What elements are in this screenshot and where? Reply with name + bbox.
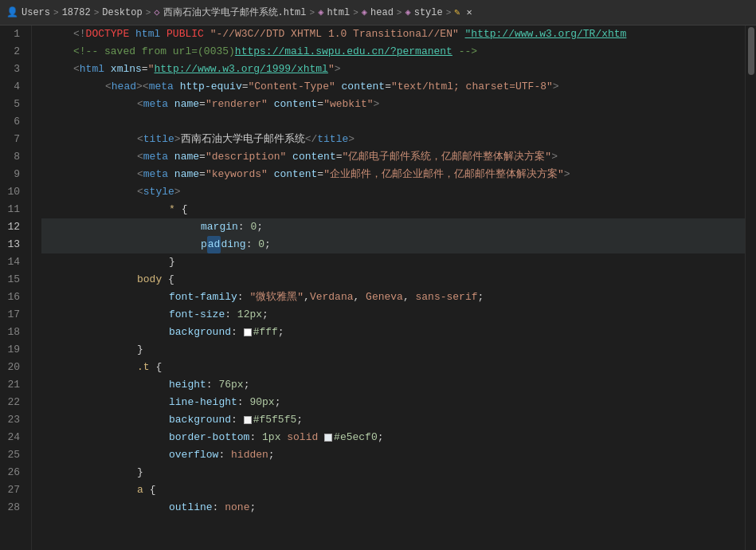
ln-20: 20 (0, 359, 25, 376)
code-line-26: } (41, 464, 745, 481)
ln-13: 13 (0, 236, 25, 253)
breadcrumb-sep2: > (94, 8, 100, 18)
ln-15: 15 (0, 271, 25, 289)
ln-7: 7 (0, 131, 25, 148)
ln-4: 4 (0, 78, 25, 96)
breadcrumb-style-icon: ◈ (405, 6, 410, 18)
breadcrumb-sep1: > (53, 8, 59, 18)
ln-2: 2 (0, 43, 25, 61)
code-editor[interactable]: <!DOCTYPE html PUBLIC "-//W3C//DTD XHTML… (32, 26, 745, 550)
breadcrumb-style[interactable]: style (414, 7, 443, 18)
code-line-14: } (41, 253, 745, 271)
breadcrumb-desktop[interactable]: Desktop (102, 7, 142, 18)
code-line-9: <meta name="keywords" content="企业邮件，亿邮企业… (41, 166, 745, 183)
ln-18: 18 (0, 324, 25, 341)
ln-14: 14 (0, 253, 25, 271)
code-line-16: font-family: "微软雅黑",Verdana, Geneva, san… (41, 289, 745, 306)
line-numbers: 1 2 3 4 5 6 7 8 9 10 11 12 13 14 15 16 1… (0, 26, 32, 550)
ln-27: 27 (0, 481, 25, 499)
breadcrumb-html-icon1: ◇ (154, 6, 159, 18)
ln-25: 25 (0, 446, 25, 464)
code-line-20: .t { (41, 359, 745, 376)
code-line-4: <head><meta http-equiv="Content-Type" co… (41, 78, 745, 96)
ln-3: 3 (0, 61, 25, 78)
code-line-2: <!-- saved from url=(0035)https://mail.s… (41, 43, 745, 61)
code-line-7: <title>西南石油大学电子邮件系统</title> (41, 131, 745, 148)
color-swatch-fff (244, 328, 252, 336)
code-line-24: border-bottom: 1px solid #e5ecf0; (41, 429, 745, 446)
breadcrumb-users[interactable]: Users (22, 7, 50, 18)
breadcrumb-filename[interactable]: 西南石油大学电子邮件系统.html (163, 6, 307, 19)
doctype-keyword: DOCTYPE (86, 26, 130, 43)
ln-12: 12 (0, 218, 25, 236)
ln-26: 26 (0, 464, 25, 481)
code-line-27: a { (41, 481, 745, 499)
ln-19: 19 (0, 341, 25, 359)
ln-23: 23 (0, 411, 25, 429)
code-line-12: margin: 0; (41, 218, 745, 236)
code-line-21: height: 76px; (41, 376, 745, 394)
code-line-15: body { (41, 271, 745, 289)
ln-24: 24 (0, 429, 25, 446)
ln-16: 16 (0, 289, 25, 306)
code-line-23: background: #f5f5f5; (41, 411, 745, 429)
code-line-11: * { (41, 201, 745, 218)
ln-28: 28 (0, 499, 25, 517)
ln-21: 21 (0, 376, 25, 394)
code-line-1: <!DOCTYPE html PUBLIC "-//W3C//DTD XHTML… (41, 26, 745, 43)
scrollbar[interactable] (745, 26, 756, 550)
breadcrumb-sep4: > (310, 8, 315, 18)
code-line-3: <html xmlns="http://www.w3.org/1999/xhtm… (41, 61, 745, 78)
code-line-22: line-height: 90px; (41, 394, 745, 411)
doctype-bracket: <! (73, 26, 86, 43)
breadcrumb-sep5: > (353, 8, 358, 18)
breadcrumb-html[interactable]: html (327, 7, 350, 18)
code-line-8: <meta name="description" content="亿邮电子邮件… (41, 148, 745, 166)
ln-9: 9 (0, 166, 25, 183)
scrollbar-thumb[interactable] (748, 27, 754, 75)
code-line-13: padding: 0; (41, 236, 745, 253)
code-line-25: overflow: hidden; (41, 446, 745, 464)
code-line-28: outline: none; (41, 499, 745, 517)
ln-1: 1 (0, 26, 25, 43)
color-swatch-e5ecf0 (324, 434, 332, 442)
ln-11: 11 (0, 201, 25, 218)
breadcrumb-head-icon: ◈ (362, 6, 367, 18)
ln-17: 17 (0, 306, 25, 324)
breadcrumb-close[interactable]: ✕ (467, 6, 472, 18)
breadcrumb-sep6: > (397, 8, 402, 18)
color-swatch-f5f5f5 (244, 416, 252, 424)
breadcrumb-sep3: > (146, 8, 151, 18)
breadcrumb-users-icon: 👤 (6, 6, 18, 18)
breadcrumb-18782[interactable]: 18782 (62, 7, 91, 18)
ln-22: 22 (0, 394, 25, 411)
code-line-19: } (41, 341, 745, 359)
ln-6: 6 (0, 113, 25, 131)
breadcrumb-edit-icon: ✎ (454, 6, 460, 18)
ln-10: 10 (0, 183, 25, 201)
code-line-17: font-size: 12px; (41, 306, 745, 324)
breadcrumb-html-icon2: ◈ (318, 6, 323, 18)
code-line-18: background: #fff; (41, 324, 745, 341)
breadcrumb-head[interactable]: head (370, 7, 394, 18)
breadcrumb: 👤 Users > 18782 > Desktop > ◇ 西南石油大学电子邮件… (0, 0, 756, 26)
ln-8: 8 (0, 148, 25, 166)
ln-5: 5 (0, 96, 25, 113)
breadcrumb-sep7: > (446, 8, 452, 18)
code-line-10: <style> (41, 183, 745, 201)
code-line-6 (41, 113, 745, 131)
editor-container: 1 2 3 4 5 6 7 8 9 10 11 12 13 14 15 16 1… (0, 26, 756, 550)
code-line-5: <meta name="renderer" content="webkit"> (41, 96, 745, 113)
